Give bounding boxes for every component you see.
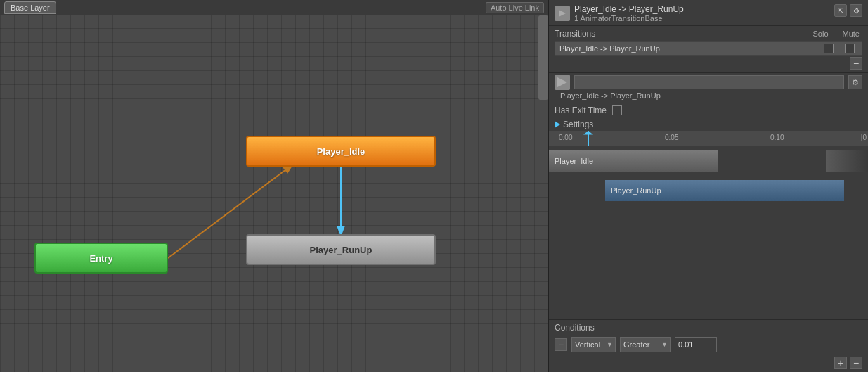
player-idle-fade bbox=[826, 150, 868, 172]
sub-transition-svg bbox=[555, 75, 570, 90]
transition-row-name: Player_Idle -> Player_RunUp bbox=[559, 44, 824, 53]
right-header-text: Player_Idle -> Player_RunUp 1 AnimatorTr… bbox=[574, 4, 684, 23]
player-idle-track-label: Player_Idle bbox=[555, 157, 593, 165]
has-exit-time-row: Has Exit Time bbox=[549, 103, 868, 118]
expand-icon[interactable]: ⇱ bbox=[834, 4, 847, 17]
entry-node-label: Entry bbox=[89, 253, 112, 264]
connections-svg bbox=[0, 0, 548, 372]
operator-dropdown-wrapper: Greater Less Equals NotEqual ▼ bbox=[620, 337, 671, 352]
settings-triangle-icon bbox=[555, 121, 560, 128]
conditions-header: Conditions bbox=[555, 323, 862, 333]
ruler-mark-2: 0:10 bbox=[770, 134, 784, 141]
player-idle-track: Player_Idle bbox=[549, 149, 868, 176]
right-header-left: Player_Idle -> Player_RunUp 1 AnimatorTr… bbox=[555, 4, 684, 23]
timeline-area[interactable]: 0:00 0:05 0:10 |0 Player_Idle Player_Run… bbox=[549, 131, 868, 319]
solo-mute-labels: Solo Mute bbox=[813, 30, 860, 38]
player-idle-bar: Player_Idle bbox=[549, 150, 718, 172]
add-condition-button[interactable]: + bbox=[834, 357, 847, 369]
conditions-add-remove: + − bbox=[555, 357, 862, 369]
param-dropdown-wrapper: Vertical ▼ bbox=[571, 337, 616, 352]
settings-row[interactable]: Settings bbox=[549, 118, 868, 131]
svg-marker-3 bbox=[557, 77, 567, 87]
player-runup-bar: Player_RunUp bbox=[605, 180, 844, 201]
right-panel-header: Player_Idle -> Player_RunUp 1 AnimatorTr… bbox=[549, 0, 868, 26]
ruler-mark-1: 0:05 bbox=[665, 134, 678, 141]
transitions-section: Transitions Solo Mute Player_Idle -> Pla… bbox=[549, 26, 868, 73]
solo-checkbox[interactable] bbox=[824, 44, 834, 53]
mute-label: Mute bbox=[843, 30, 860, 38]
sub-settings-icon[interactable]: ⚙ bbox=[848, 75, 862, 89]
remove-condition-btn[interactable]: − bbox=[850, 357, 862, 369]
solo-label: Solo bbox=[813, 30, 829, 38]
has-exit-time-checkbox[interactable] bbox=[612, 105, 622, 115]
ruler-mark-0: 0:00 bbox=[559, 134, 572, 141]
player-idle-node-label: Player_Idle bbox=[317, 146, 365, 157]
graph-topbar: Base Layer Auto Live Link bbox=[0, 0, 548, 15]
graph-scrollbar[interactable] bbox=[538, 15, 548, 100]
conditions-section: Conditions − Vertical ▼ Greater Less Equ… bbox=[549, 319, 868, 372]
transition-icon bbox=[555, 6, 570, 21]
graph-panel[interactable]: Base Layer Auto Live Link Entry Player_I… bbox=[0, 0, 548, 372]
auto-live-link-label: Auto Live Link bbox=[486, 2, 544, 13]
sub-detail-wrapper: ⚙ Player_Idle -> Player_RunUp bbox=[549, 73, 868, 103]
transition-svg-icon bbox=[557, 8, 568, 19]
operator-dropdown[interactable]: Greater Less Equals NotEqual bbox=[620, 337, 671, 352]
sub-transition-icon bbox=[555, 75, 570, 90]
transition-checkboxes bbox=[824, 44, 855, 53]
sub-detail-row: ⚙ bbox=[555, 75, 862, 90]
has-exit-time-label: Has Exit Time bbox=[555, 105, 607, 115]
ruler-mark-end: |0 bbox=[861, 134, 867, 141]
transition-title: Player_Idle -> Player_RunUp bbox=[574, 4, 684, 14]
settings-label: Settings bbox=[563, 120, 593, 129]
settings-header-icon[interactable]: ⚙ bbox=[850, 4, 862, 17]
player-runup-node[interactable]: Player_RunUp bbox=[246, 234, 436, 265]
entry-node[interactable]: Entry bbox=[34, 243, 168, 274]
right-panel: Player_Idle -> Player_RunUp 1 AnimatorTr… bbox=[548, 0, 868, 372]
condition-value-input[interactable] bbox=[675, 337, 717, 352]
transitions-header: Transitions Solo Mute bbox=[555, 29, 862, 39]
right-header-buttons: ⇱ ⚙ bbox=[834, 4, 862, 17]
player-runup-track-label: Player_RunUp bbox=[611, 186, 661, 195]
timeline-ruler: 0:00 0:05 0:10 |0 bbox=[549, 131, 868, 146]
svg-marker-2 bbox=[559, 10, 566, 17]
sub-transition-name-label: Player_Idle -> Player_RunUp bbox=[555, 90, 862, 101]
param-dropdown[interactable]: Vertical bbox=[571, 337, 616, 352]
sub-transition-input[interactable] bbox=[574, 75, 844, 89]
timeline-tracks: Player_Idle Player_RunUp bbox=[549, 149, 868, 319]
transitions-label: Transitions bbox=[555, 29, 595, 39]
mute-checkbox[interactable] bbox=[845, 44, 855, 53]
base-layer-tab[interactable]: Base Layer bbox=[4, 1, 56, 14]
player-runup-track: Player_RunUp bbox=[549, 179, 868, 205]
transition-row[interactable]: Player_Idle -> Player_RunUp bbox=[555, 41, 862, 56]
remove-transition-button[interactable]: − bbox=[850, 57, 862, 70]
player-idle-node[interactable]: Player_Idle bbox=[246, 136, 436, 167]
conditions-row: − Vertical ▼ Greater Less Equals NotEqua… bbox=[555, 337, 862, 352]
transition-subtitle: 1 AnimatorTransitionBase bbox=[574, 14, 684, 23]
player-runup-node-label: Player_RunUp bbox=[310, 245, 373, 255]
remove-condition-button[interactable]: − bbox=[555, 338, 567, 351]
